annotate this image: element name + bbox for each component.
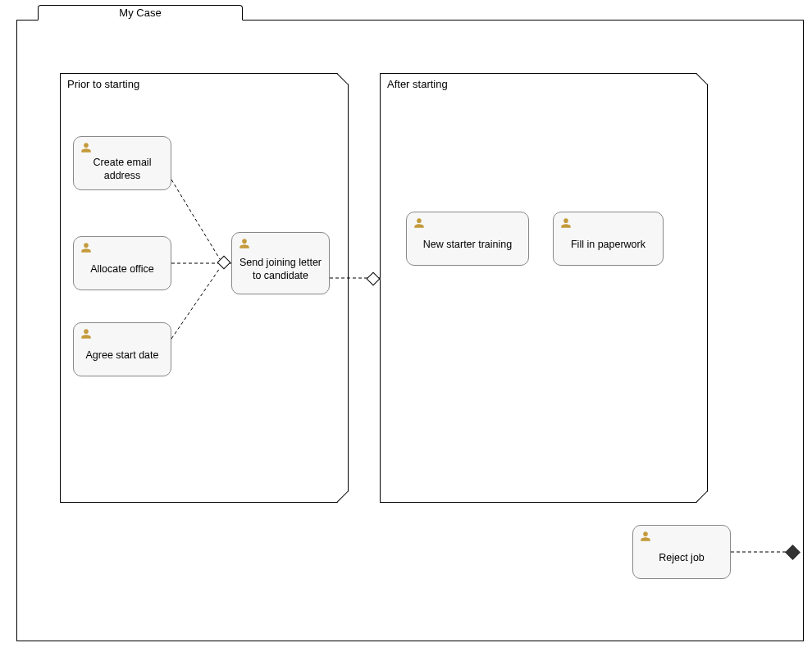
user-icon [560,217,572,229]
user-icon [80,328,92,340]
user-icon [239,238,250,249]
task-label: Reject job [640,544,723,573]
task-label: New starter training [413,230,522,260]
case-title: My Case [119,7,161,19]
task-label: Agree start date [80,341,164,371]
task-label: Create email address [80,155,164,185]
user-icon [80,142,92,153]
task-new-starter-training: New starter training [406,212,529,266]
diagram-canvas: My Case Prior to starting After starting… [0,0,812,652]
case-tab: My Case [38,5,243,21]
task-allocate-office: Allocate office [73,236,171,290]
stage-after: After starting [380,73,708,503]
user-icon [640,531,651,542]
task-label: Fill in paperwork [560,230,656,260]
task-reject-job: Reject job [632,525,731,579]
task-agree-start-date: Agree start date [73,322,171,376]
user-icon [413,217,425,229]
task-create-email: Create email address [73,136,171,190]
stage-after-title: After starting [387,78,448,90]
task-fill-paperwork: Fill in paperwork [553,212,664,266]
stage-prior-title: Prior to starting [67,78,139,90]
user-icon [80,242,92,253]
task-label: Allocate office [80,255,164,285]
task-label: Send joining letter to candidate [239,251,322,289]
task-send-joining-letter: Send joining letter to candidate [231,232,330,294]
